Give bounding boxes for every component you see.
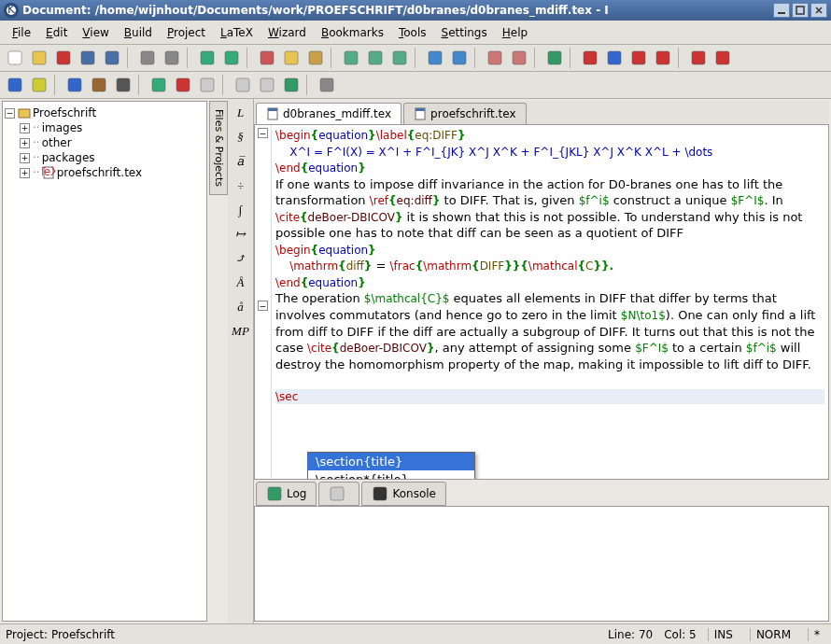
menubar: FileEditViewBuildProjectLaTeXWizardBookm… [0, 21, 831, 45]
menu-wizard[interactable]: Wizard [261, 23, 313, 42]
menu-file[interactable]: File [6, 23, 37, 42]
svg-rect-9 [141, 51, 154, 64]
symbol-btn-1[interactable]: § [231, 127, 251, 147]
open-icon[interactable] [28, 47, 50, 69]
menu-tools[interactable]: Tools [392, 23, 433, 42]
structure-icon[interactable] [424, 47, 446, 69]
quickbuild-icon[interactable] [4, 74, 26, 96]
svg-rect-6 [57, 51, 70, 64]
fold-toggle[interactable]: − [258, 128, 268, 138]
autocomplete-popup[interactable]: \section{title}\section*{title}\section[… [307, 452, 475, 480]
user2-icon[interactable] [508, 47, 530, 69]
cut-icon[interactable] [256, 47, 278, 69]
tree-item-proefschrift-tex[interactable]: +··TeXproefschrift.tex [20, 165, 204, 180]
mark-red2-icon[interactable] [627, 47, 650, 69]
symbol-btn-0[interactable]: L [231, 103, 251, 123]
bracket2-icon[interactable] [711, 47, 734, 69]
menu-view[interactable]: View [76, 23, 115, 42]
doc3-icon[interactable] [256, 74, 278, 96]
user1-icon[interactable] [484, 47, 506, 69]
fold-toggle[interactable]: − [258, 301, 268, 311]
menu-settings[interactable]: Settings [435, 23, 494, 42]
tree-item-other[interactable]: +··other [20, 135, 204, 150]
toolbar-main [0, 45, 831, 72]
refresh-icon[interactable] [148, 74, 170, 96]
menu-bookmarks[interactable]: Bookmarks [315, 23, 390, 42]
tree-root[interactable]: −Proefschrift [5, 105, 204, 120]
gear-small-icon[interactable] [316, 74, 338, 96]
new-icon[interactable] [4, 47, 26, 69]
svg-rect-24 [584, 51, 597, 64]
minimize-button[interactable] [773, 3, 790, 18]
bottom-panel-content[interactable] [254, 506, 829, 622]
tree-item-packages[interactable]: +··packages [20, 150, 204, 165]
symbol-btn-9[interactable]: MP [231, 321, 251, 342]
pdf-icon[interactable] [172, 74, 194, 96]
separator [127, 48, 133, 68]
bracket1-icon[interactable] [687, 47, 710, 69]
code-editor[interactable]: − − \begin{equation}\label{eq:DIFF} X^I … [254, 124, 829, 480]
undo-icon[interactable] [196, 47, 218, 69]
structure2-icon[interactable] [448, 47, 471, 69]
flash-icon[interactable] [28, 74, 50, 96]
svg-rect-49 [268, 487, 281, 500]
print-icon[interactable] [136, 47, 159, 69]
fold-gutter[interactable]: − − [255, 125, 272, 479]
svg-rect-37 [201, 78, 214, 91]
mark-blue-icon[interactable] [603, 47, 626, 69]
svg-rect-29 [716, 51, 729, 64]
bottom-tab-output[interactable] [318, 482, 359, 506]
close-button[interactable] [810, 3, 827, 18]
print-preview-icon[interactable] [161, 47, 183, 69]
svg-rect-8 [106, 51, 119, 64]
paste-icon[interactable] [304, 47, 327, 69]
side-tab-files-projects[interactable]: Files & Projects [209, 101, 228, 195]
code-content[interactable]: \begin{equation}\label{eq:DIFF} X^I = F^… [272, 125, 828, 479]
gear-dark-icon[interactable] [112, 74, 134, 96]
svg-rect-39 [261, 78, 274, 91]
doc1-icon[interactable] [196, 74, 218, 96]
file-tab-proefschrift-tex[interactable]: proefschrift.tex [403, 103, 526, 124]
bottom-tab-konsole[interactable]: Konsole [361, 482, 446, 506]
menu-project[interactable]: Project [161, 23, 212, 42]
file-tab-d0branes_mdiff-tex[interactable]: d0branes_mdiff.tex [256, 103, 401, 124]
svg-rect-5 [33, 51, 46, 64]
separator [187, 48, 192, 68]
find-icon[interactable] [340, 47, 362, 69]
tree-item-images[interactable]: +··images [20, 120, 204, 135]
svg-rect-25 [608, 51, 621, 64]
bottom-tab-log[interactable]: Log [256, 482, 317, 506]
zoom-in-icon[interactable] [364, 47, 387, 69]
separator [474, 48, 480, 68]
menu-build[interactable]: Build [118, 23, 159, 42]
gear-brown-icon[interactable] [88, 74, 110, 96]
globe-icon[interactable] [280, 74, 303, 96]
mark-red-icon[interactable] [579, 47, 601, 69]
redo-icon[interactable] [220, 47, 243, 69]
symbol-btn-3[interactable]: ÷ [231, 175, 251, 196]
separator [54, 75, 60, 95]
symbol-btn-6[interactable]: ⤴ [231, 248, 251, 269]
autocomplete-item[interactable]: \section*{title} [308, 470, 474, 480]
symbol-btn-5[interactable]: ↦ [231, 224, 251, 245]
symbol-btn-8[interactable]: å [231, 297, 251, 317]
zoom-out-icon[interactable] [388, 47, 411, 69]
status-project: Project: Proefschrift [6, 628, 608, 641]
symbol-btn-2[interactable]: a̅ [231, 151, 251, 172]
gear-blue-icon[interactable] [63, 74, 86, 96]
save-all-icon[interactable] [101, 47, 123, 69]
svg-rect-10 [165, 51, 178, 64]
save-icon[interactable] [77, 47, 99, 69]
close-icon[interactable] [52, 47, 75, 69]
menu-latex[interactable]: LaTeX [214, 23, 260, 42]
symbol-btn-4[interactable]: ∫ [231, 200, 251, 220]
autocomplete-item[interactable]: \section{title} [308, 453, 474, 470]
mark-x-icon[interactable] [652, 47, 674, 69]
chart-icon[interactable] [543, 47, 566, 69]
copy-icon[interactable] [280, 47, 303, 69]
doc2-icon[interactable] [232, 74, 254, 96]
symbol-btn-7[interactable]: Å [231, 273, 251, 293]
menu-edit[interactable]: Edit [39, 23, 74, 42]
menu-help[interactable]: Help [496, 23, 534, 42]
maximize-button[interactable] [792, 3, 809, 18]
